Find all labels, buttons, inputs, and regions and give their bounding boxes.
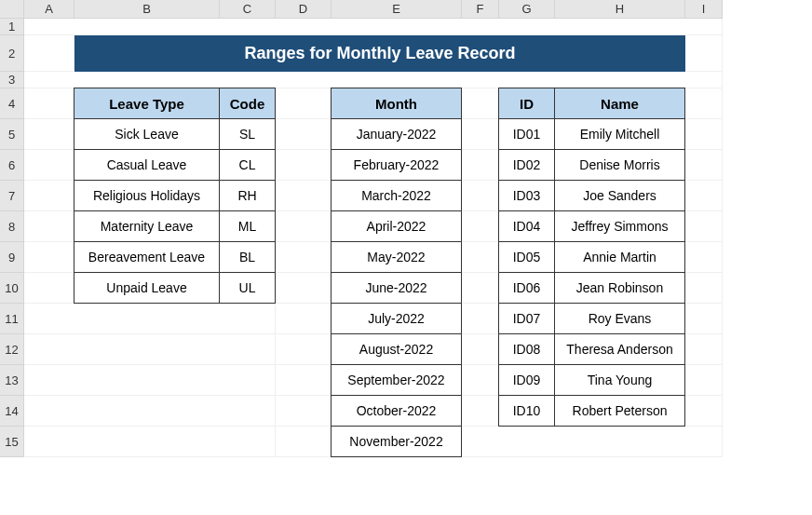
cell[interactable] <box>685 181 723 211</box>
leave-type-header[interactable]: Leave Type <box>74 88 220 119</box>
row-header-6[interactable]: 6 <box>0 150 24 181</box>
cell[interactable] <box>24 304 276 334</box>
col-header-H[interactable]: H <box>555 0 685 19</box>
name-cell[interactable]: Jean Robinson <box>554 272 685 304</box>
row-header-5[interactable]: 5 <box>0 119 24 150</box>
month-cell[interactable]: August-2022 <box>331 333 462 365</box>
row-header-7[interactable]: 7 <box>0 181 24 211</box>
cell[interactable] <box>462 181 499 211</box>
cell[interactable] <box>24 181 74 211</box>
name-cell[interactable]: Theresa Anderson <box>554 333 685 365</box>
cell[interactable] <box>462 396 499 427</box>
id-cell[interactable]: ID06 <box>498 272 555 304</box>
cell[interactable] <box>276 273 332 304</box>
row-header-13[interactable]: 13 <box>0 365 24 396</box>
col-header-C[interactable]: C <box>220 0 276 19</box>
cell[interactable] <box>685 150 723 181</box>
row-header-15[interactable]: 15 <box>0 427 24 457</box>
id-cell[interactable]: ID01 <box>498 118 555 150</box>
cell[interactable] <box>685 273 723 304</box>
month-cell[interactable]: April-2022 <box>331 210 462 242</box>
cell[interactable] <box>24 88 74 119</box>
name-cell[interactable]: Joe Sanders <box>554 180 685 211</box>
col-header-D[interactable]: D <box>276 0 332 19</box>
id-cell[interactable]: ID10 <box>498 395 555 427</box>
id-cell[interactable]: ID03 <box>498 180 555 211</box>
col-header-B[interactable]: B <box>74 0 220 19</box>
leave-type-cell[interactable]: Unpaid Leave <box>74 272 220 304</box>
cell[interactable] <box>24 396 276 427</box>
cell[interactable] <box>276 396 332 427</box>
cell[interactable] <box>685 88 723 119</box>
cell[interactable] <box>24 211 74 242</box>
row-header-10[interactable]: 10 <box>0 273 24 304</box>
row-header-12[interactable]: 12 <box>0 334 24 365</box>
leave-code-cell[interactable]: RH <box>219 180 276 211</box>
cell[interactable] <box>276 211 332 242</box>
leave-code-cell[interactable]: CL <box>219 149 276 181</box>
month-cell[interactable]: June-2022 <box>331 272 462 304</box>
cell[interactable] <box>462 273 499 304</box>
month-header[interactable]: Month <box>331 88 462 119</box>
cell[interactable] <box>276 242 332 273</box>
cell[interactable] <box>462 119 499 150</box>
id-cell[interactable]: ID08 <box>498 333 555 365</box>
name-cell[interactable]: Denise Morris <box>554 149 685 181</box>
leave-type-cell[interactable]: Casual Leave <box>74 149 220 181</box>
id-cell[interactable]: ID02 <box>498 149 555 181</box>
row-header-11[interactable]: 11 <box>0 304 24 334</box>
cell[interactable] <box>276 365 332 396</box>
id-cell[interactable]: ID09 <box>498 364 555 396</box>
cell[interactable] <box>462 365 499 396</box>
month-cell[interactable]: November-2022 <box>331 426 462 457</box>
leave-type-cell[interactable]: Maternity Leave <box>74 210 220 242</box>
cell[interactable] <box>24 273 74 304</box>
col-header-E[interactable]: E <box>332 0 462 19</box>
month-cell[interactable]: January-2022 <box>331 118 462 150</box>
row-header-4[interactable]: 4 <box>0 88 24 119</box>
name-cell[interactable]: Tina Young <box>554 364 685 396</box>
name-cell[interactable]: Robert Peterson <box>554 395 685 427</box>
cell[interactable] <box>685 334 723 365</box>
leave-type-cell[interactable]: Religious Holidays <box>74 180 220 211</box>
leave-type-cell[interactable]: Sick Leave <box>74 118 220 150</box>
row-header-1[interactable]: 1 <box>0 19 24 35</box>
cell[interactable] <box>276 119 332 150</box>
cell[interactable] <box>276 304 332 334</box>
cell[interactable] <box>462 427 723 457</box>
row-header-2[interactable]: 2 <box>0 35 24 72</box>
cell[interactable] <box>685 35 723 72</box>
cell[interactable] <box>462 242 499 273</box>
col-header-F[interactable]: F <box>462 0 499 19</box>
leave-code-cell[interactable]: SL <box>219 118 276 150</box>
cell[interactable] <box>276 150 332 181</box>
name-cell[interactable]: Jeffrey Simmons <box>554 210 685 242</box>
name-cell[interactable]: Roy Evans <box>554 303 685 334</box>
id-header[interactable]: ID <box>498 88 555 119</box>
col-header-A[interactable]: A <box>24 0 74 19</box>
leave-type-cell[interactable]: Bereavement Leave <box>74 241 220 273</box>
cell[interactable] <box>24 72 723 88</box>
leave-code-cell[interactable]: ML <box>219 210 276 242</box>
cell[interactable] <box>276 88 332 119</box>
month-cell[interactable]: September-2022 <box>331 364 462 396</box>
row-header-14[interactable]: 14 <box>0 396 24 427</box>
cell[interactable] <box>462 334 499 365</box>
name-cell[interactable]: Emily Mitchell <box>554 118 685 150</box>
cell[interactable] <box>24 19 723 35</box>
col-header-G[interactable]: G <box>499 0 555 19</box>
month-cell[interactable]: May-2022 <box>331 241 462 273</box>
cell[interactable] <box>685 119 723 150</box>
row-header-9[interactable]: 9 <box>0 242 24 273</box>
name-cell[interactable]: Annie Martin <box>554 241 685 273</box>
id-cell[interactable]: ID04 <box>498 210 555 242</box>
cell[interactable] <box>685 396 723 427</box>
row-header-3[interactable]: 3 <box>0 72 24 88</box>
cell[interactable] <box>24 35 74 72</box>
name-header[interactable]: Name <box>554 88 685 119</box>
leave-code-cell[interactable]: UL <box>219 272 276 304</box>
cell[interactable] <box>24 119 74 150</box>
cell[interactable] <box>462 304 499 334</box>
month-cell[interactable]: February-2022 <box>331 149 462 181</box>
cell[interactable] <box>24 150 74 181</box>
